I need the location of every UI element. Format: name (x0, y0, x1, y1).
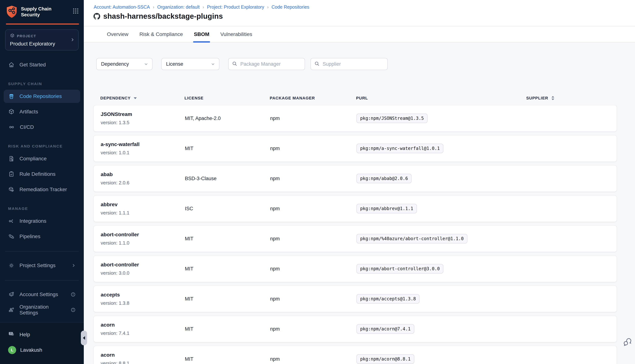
sidebar-collapse-handle[interactable] (81, 330, 87, 345)
sidebar-item-rule-definitions[interactable]: Rule Definitions (4, 168, 80, 181)
nav-section-label: SUPPLY CHAIN (8, 82, 80, 86)
sidebar-item-label: CI/CD (20, 124, 34, 130)
sidebar-item-account-settings[interactable]: Account Settings (4, 288, 80, 301)
dependency-filter-dropdown[interactable]: Dependency (96, 58, 152, 70)
dependency-version: version: 7.4.1 (101, 330, 185, 336)
package-manager-cell: npm (270, 176, 356, 182)
sidebar-item-organization-settings[interactable]: Organization Settings (4, 303, 80, 316)
purl-chip: pkg:npm/abort-controller@3.0.0 (356, 264, 443, 274)
tab-sbom[interactable]: SBOM (193, 26, 210, 42)
user-menu[interactable]: L Lavakush (4, 344, 80, 356)
supplier-search (311, 58, 388, 70)
license-cell: MIT (185, 266, 270, 272)
dependency-name: abort-controller (101, 262, 185, 268)
sidebar-item-label: Project Settings (20, 262, 56, 268)
sidebar-item-pipelines[interactable]: Pipelines (4, 230, 80, 243)
purl-chip: pkg:npm/%40azure/abort-controller@1.1.0 (356, 234, 468, 244)
cube-icon (10, 33, 15, 40)
column-header-package-manager: PACKAGE MANAGER (270, 96, 356, 100)
package-manager-cell: npm (270, 326, 356, 332)
column-header-license: LICENSE (184, 96, 270, 100)
dependency-name: accepts (101, 292, 185, 298)
search-icon (232, 61, 237, 68)
cube-icon (8, 108, 15, 115)
dependency-cell: a-sync-waterfall version: 1.0.1 (101, 142, 185, 156)
purl-cell: pkg:npm/abab@2.0.6 (356, 174, 526, 183)
help-label: Help (20, 332, 30, 338)
project-name: Product Exploratory (10, 41, 75, 47)
breadcrumb-link-account-automation-ssca[interactable]: Account: Automation-SSCA (94, 4, 150, 10)
license-cell: BSD-3-Clause (185, 176, 270, 182)
table-row-a-sync-waterfall-version-1-0-1: a-sync-waterfall version: 1.0.1 MIT npm … (93, 135, 617, 162)
column-label: PACKAGE MANAGER (270, 96, 315, 100)
table-row-abort-controller-version-3-0-0: abort-controller version: 3.0.0 MIT npm … (93, 256, 617, 282)
purl-cell: pkg:npm/acorn@8.8.1 (356, 354, 526, 364)
dependency-cell: acorn version: 7.4.1 (101, 322, 185, 336)
sidebar-item-label: Pipelines (20, 234, 40, 240)
dependency-version: version: 1.3.8 (101, 300, 185, 306)
sidebar-item-label: Account Settings (20, 292, 58, 298)
nav-divider (5, 251, 79, 252)
breadcrumb-separator: › (202, 4, 204, 10)
breadcrumb-link-project-product-exploratory[interactable]: Project: Product Exploratory (207, 4, 264, 10)
sidebar-item-code-repositories[interactable]: Code Repositories (4, 90, 80, 103)
breadcrumb-link-code-repositories[interactable]: Code Repositories (272, 4, 309, 10)
sidebar-nav: Get Started SUPPLY CHAINCode Repositorie… (0, 58, 84, 316)
purl-cell: pkg:npm/abort-controller@3.0.0 (356, 264, 526, 274)
column-label: PURL (356, 96, 368, 100)
sidebar-item-label: Rule Definitions (20, 171, 56, 177)
table-row-abab-version-2-0-6: abab version: 2.0.6 BSD-3-Clause npm pkg… (93, 165, 617, 192)
support-chat-icon[interactable] (623, 338, 632, 348)
column-header-supplier[interactable]: SUPPLIER (526, 96, 610, 100)
tab-label: SBOM (194, 31, 209, 37)
collapse-arrow-icon (83, 336, 85, 340)
tab-overview[interactable]: Overview (106, 26, 129, 42)
table-row-acorn-version-8-8-1: acorn version: 8.8.1 MIT npm pkg:npm/aco… (93, 346, 617, 364)
dependency-cell: accepts version: 1.3.8 (101, 292, 185, 306)
sidebar-item-artifacts[interactable]: Artifacts (4, 105, 80, 118)
license-filter-dropdown[interactable]: License (161, 58, 219, 70)
sidebar-item-remediation-tracker[interactable]: Remediation Tracker (4, 183, 80, 196)
sidebar-item-get-started[interactable]: Get Started (4, 58, 80, 71)
clipboard-check-icon (8, 171, 15, 178)
sidebar-item-label: Organization Settings (20, 304, 66, 316)
column-header-dependency[interactable]: DEPENDENCY (100, 96, 184, 100)
project-selector[interactable]: PROJECT Product Exploratory (5, 29, 79, 50)
logo-row: Supply Chain Security (0, 0, 84, 23)
license-cell: MIT (185, 146, 270, 151)
dependency-version: version: 8.8.1 (101, 360, 185, 364)
tab-vulnerabilities[interactable]: Vulnerabilities (220, 26, 253, 42)
help-button[interactable]: ? Help (4, 328, 80, 341)
license-cell: MIT (185, 326, 270, 332)
app-grid-icon[interactable] (73, 8, 79, 16)
dependency-name: abbrev (101, 202, 185, 208)
sort-both-icon (551, 96, 554, 100)
license-cell: MIT, Apache-2.0 (185, 116, 270, 121)
supplier-search-input[interactable] (311, 58, 388, 70)
title-row: shash-harness/backstage-plugins (93, 12, 223, 20)
sidebar: Supply Chain Security PROJECT Product (0, 0, 84, 364)
tab-label: Risk & Compliance (139, 31, 183, 37)
tab-risk-compliance[interactable]: Risk & Compliance (139, 26, 184, 42)
dependency-version: version: 1.0.1 (101, 150, 185, 156)
license-cell: MIT (185, 296, 270, 302)
pipelines-icon (8, 233, 15, 240)
sidebar-item-integrations[interactable]: Integrations (4, 214, 80, 228)
purl-chip: pkg:npm/accepts@1.3.8 (356, 294, 419, 304)
sidebar-item-project-settings[interactable]: Project Settings (4, 259, 80, 272)
sidebar-item-ci-cd[interactable]: CI/CD (4, 120, 80, 134)
tab-bar: OverviewRisk & ComplianceSBOMVulnerabili… (84, 26, 635, 42)
dependency-version: version: 1.1.0 (101, 240, 185, 246)
breadcrumb-link-organization-default[interactable]: Organization: default (157, 4, 200, 10)
package-manager-cell: npm (270, 146, 356, 151)
purl-chip: pkg:npm/acorn@7.4.1 (356, 324, 414, 334)
svg-text:?: ? (10, 332, 12, 335)
sidebar-item-compliance[interactable]: Compliance (4, 152, 80, 165)
avatar: L (8, 346, 16, 354)
dependency-name: a-sync-waterfall (101, 142, 185, 147)
filter-bar: Dependency License (96, 58, 635, 70)
package-manager-search-input[interactable] (228, 58, 305, 70)
app-title: Supply Chain Security (21, 6, 56, 18)
purl-chip: pkg:npm/JSONStream@1.3.5 (356, 114, 428, 123)
breadcrumb-separator: › (267, 4, 269, 10)
